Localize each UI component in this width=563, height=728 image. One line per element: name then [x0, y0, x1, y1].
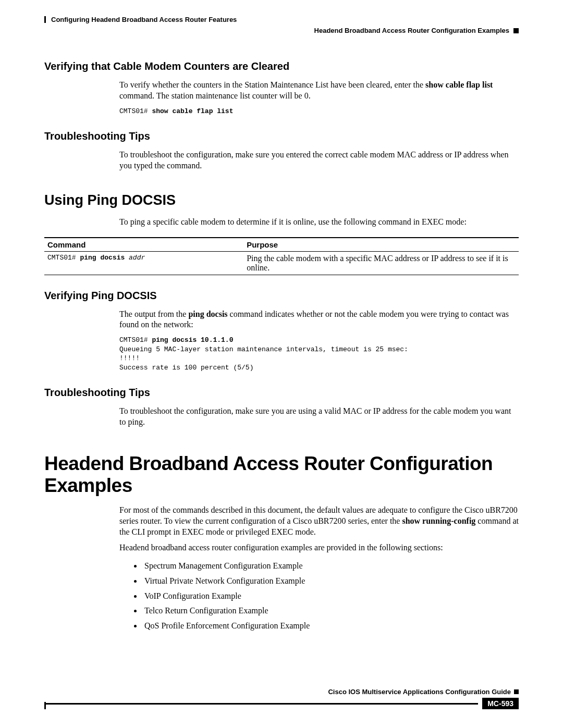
command-table: Command Purpose CMTS01# ping docsis addr…: [44, 237, 519, 275]
code-italic: addr: [125, 254, 145, 262]
list-item: Spectrum Management Configuration Exampl…: [142, 559, 519, 574]
examples-list: Spectrum Management Configuration Exampl…: [142, 559, 519, 634]
footer-square-icon: [514, 689, 519, 694]
code-bold: ping docsis: [80, 254, 125, 262]
text-fragment: The output from the: [119, 310, 188, 318]
header-chapter-row: Configuring Headend Broadband Access Rou…: [44, 16, 519, 23]
code-output: Queueing 5 MAC-layer station maintenance…: [119, 346, 408, 372]
para-using-ping: To ping a specific cable modem to determ…: [119, 217, 519, 228]
para-troubleshoot-2: To troubleshoot the configuration, make …: [119, 406, 519, 428]
page-content: Configuring Headend Broadband Access Rou…: [44, 16, 519, 634]
code-prompt: CMTS01#: [119, 336, 152, 344]
text-bold: show running-config: [402, 516, 475, 525]
heading-config-examples: Headend Broadband Access Router Configur…: [44, 453, 519, 497]
cell-command: CMTS01# ping docsis addr: [44, 251, 243, 275]
col-purpose: Purpose: [243, 238, 519, 252]
code-command: show cable flap list: [152, 107, 233, 115]
table-row: CMTS01# ping docsis addr Ping the cable …: [44, 251, 519, 275]
col-command: Command: [44, 238, 243, 252]
heading-troubleshoot-1: Troubleshooting Tips: [44, 130, 519, 142]
para-verify-counters: To verify whether the counters in the St…: [119, 80, 519, 102]
code-prompt: CMTS01#: [47, 254, 80, 262]
header-chapter: Configuring Headend Broadband Access Rou…: [51, 16, 237, 23]
footer-guide: Cisco IOS Multiservice Applications Conf…: [328, 688, 511, 696]
heading-using-ping: Using Ping DOCSIS: [44, 192, 519, 208]
header-square-icon: [513, 28, 519, 33]
heading-verify-counters: Verifying that Cable Modem Counters are …: [44, 60, 519, 72]
para-config-2: Headend broadband access router configur…: [119, 542, 519, 553]
text-fragment: command. The station maintenance list co…: [119, 91, 311, 100]
footer-rule: [44, 703, 478, 705]
running-header: Configuring Headend Broadband Access Rou…: [44, 16, 519, 34]
code-ping-output: CMTS01# ping docsis 10.1.1.0 Queueing 5 …: [119, 336, 519, 372]
list-item: VoIP Configuration Example: [142, 589, 519, 604]
para-verify-ping: The output from the ping docsis command …: [119, 309, 519, 331]
code-command: ping docsis 10.1.1.0: [152, 336, 233, 344]
header-section: Headend Broadband Access Router Configur…: [314, 27, 509, 34]
code-prompt: CMTS01#: [119, 107, 152, 115]
header-bar-icon: [44, 16, 46, 23]
cell-purpose: Ping the cable modem with a specific MAC…: [243, 251, 519, 275]
page-footer: Cisco IOS Multiservice Applications Conf…: [44, 688, 519, 709]
header-section-row: Headend Broadband Access Router Configur…: [44, 27, 519, 34]
footer-left-bar-icon: [44, 702, 46, 709]
list-item: QoS Profile Enforcement Configuration Ex…: [142, 619, 519, 634]
text-bold: show cable flap list: [425, 80, 493, 89]
list-item: Virtual Private Network Configuration Ex…: [142, 574, 519, 589]
table-header-row: Command Purpose: [44, 238, 519, 252]
text-bold: ping docsis: [188, 310, 227, 318]
footer-guide-row: Cisco IOS Multiservice Applications Conf…: [44, 688, 519, 696]
heading-verify-ping: Verifying Ping DOCSIS: [44, 290, 519, 302]
code-show-cable-flap: CMTS01# show cable flap list: [119, 107, 519, 116]
page-number: MC-593: [482, 698, 519, 709]
text-fragment: To verify whether the counters in the St…: [119, 80, 425, 89]
para-troubleshoot-1: To troubleshoot the configuration, make …: [119, 150, 519, 171]
heading-troubleshoot-2: Troubleshooting Tips: [44, 387, 519, 399]
list-item: Telco Return Configuration Example: [142, 603, 519, 619]
para-config-1: For most of the commands described in th…: [119, 505, 519, 537]
footer-rule-row: MC-593: [44, 698, 519, 709]
